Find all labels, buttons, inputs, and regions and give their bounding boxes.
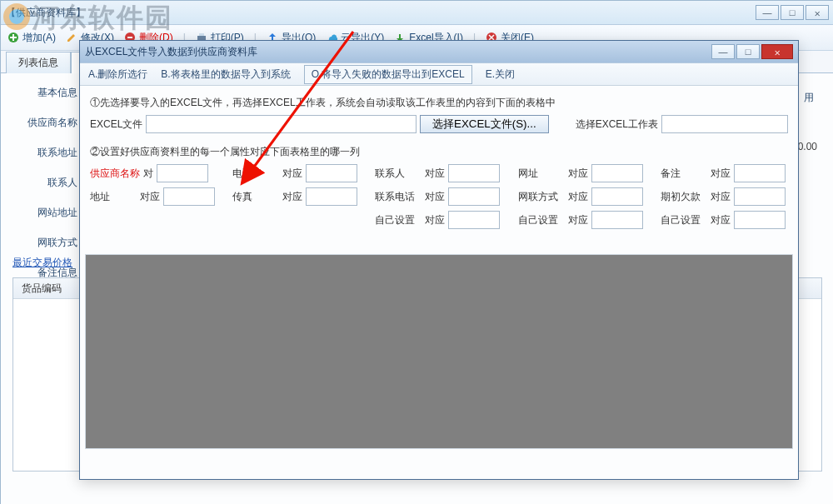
- preview-area: [85, 254, 793, 449]
- map-item: 网址 对应: [518, 164, 646, 182]
- label-use: 用: [804, 91, 814, 105]
- map-select[interactable]: [448, 164, 500, 182]
- map-item: 联系电话 对应: [375, 187, 502, 206]
- map-suffix: 对应: [140, 190, 160, 204]
- dialog-tb-export-failed[interactable]: O.将导入失败的数据导出到EXCEL: [304, 65, 472, 84]
- side-labels: 基本信息 供应商名称 联系地址 联系人 网站地址 网联方式 备注信息: [12, 84, 77, 281]
- label-contact: 联系人: [12, 174, 77, 191]
- dialog-title: 从EXCEL文件导入数据到供应商资料库: [85, 45, 711, 59]
- label-name: 供应商名称: [12, 114, 77, 131]
- map-select[interactable]: [734, 164, 786, 182]
- map-label: 联系电话: [375, 190, 421, 204]
- excel-file-input[interactable]: [146, 115, 416, 133]
- map-select[interactable]: [448, 211, 500, 229]
- map-item: 联系人 对应: [375, 164, 502, 182]
- map-item: 期初欠款 对应: [661, 187, 788, 206]
- label-netmode: 网联方式: [12, 234, 77, 251]
- sheet-label: 选择EXCEL工作表: [576, 117, 658, 132]
- map-label: 期初欠款: [661, 190, 707, 204]
- map-select[interactable]: [306, 187, 357, 206]
- map-select[interactable]: [734, 187, 786, 206]
- map-label: 网址: [518, 167, 565, 181]
- map-suffix: 对应: [282, 190, 302, 204]
- dialog-tb-import[interactable]: B.将表格里的数据导入到系统: [161, 67, 290, 82]
- map-suffix: 对应: [425, 190, 445, 204]
- map-item: 网联方式 对应: [518, 187, 646, 206]
- value-right: 0.00: [798, 141, 817, 152]
- sheet-select[interactable]: [661, 115, 788, 133]
- dialog-tb-delete-rows[interactable]: A.删除所选行: [88, 67, 147, 82]
- minimize-button[interactable]: —: [756, 5, 779, 20]
- maximize-button[interactable]: □: [781, 5, 804, 20]
- map-label: 自己设置: [661, 213, 707, 227]
- map-suffix: 对应: [568, 213, 588, 227]
- dialog-maximize-button[interactable]: □: [736, 44, 760, 59]
- map-select[interactable]: [306, 164, 357, 182]
- map-item: 备注 对应: [661, 164, 788, 182]
- file-label: EXCEL文件: [90, 117, 142, 132]
- map-item: 电话 对应: [232, 164, 360, 182]
- map-label: 地址: [90, 190, 137, 204]
- dialog-window-buttons: — □ ⨉: [711, 44, 793, 59]
- map-item: 自己设置 对应: [375, 211, 502, 229]
- map-item: 供应商名称 对: [90, 164, 217, 182]
- map-item: 自己设置 对应: [661, 211, 788, 229]
- label-basic: 基本信息: [12, 84, 77, 101]
- map-item: 地址 对应: [90, 187, 217, 206]
- hint-step1: ①先选择要导入的EXCEL文件，再选择EXCEL工作表，系统会自动读取该工作表里…: [90, 96, 788, 110]
- map-item: [232, 211, 360, 229]
- map-suffix: 对应: [711, 190, 731, 204]
- label-website: 网站地址: [12, 204, 77, 221]
- close-button[interactable]: ⨉: [806, 5, 829, 20]
- map-select[interactable]: [591, 211, 643, 229]
- map-suffix: 对应: [568, 190, 588, 204]
- choose-file-button[interactable]: 选择EXCEL文件(S)...: [420, 115, 549, 133]
- dialog-titlebar: 从EXCEL文件导入数据到供应商资料库 — □ ⨉: [80, 41, 798, 63]
- map-label: 网联方式: [518, 190, 565, 204]
- label-address: 联系地址: [12, 144, 77, 161]
- map-suffix: 对应: [282, 167, 302, 181]
- dialog-toolbar: A.删除所选行 B.将表格里的数据导入到系统 O.将导入失败的数据导出到EXCE…: [80, 63, 798, 86]
- dialog-close-button[interactable]: ⨉: [761, 44, 793, 59]
- map-label: 联系人: [375, 167, 421, 181]
- map-select[interactable]: [591, 164, 643, 182]
- hint-step2: ②设置好供应商资料里的每一个属性对应下面表格里的哪一列: [90, 145, 788, 159]
- excel-import-dialog: 从EXCEL文件导入数据到供应商资料库 — □ ⨉ A.删除所选行 B.将表格里…: [79, 40, 799, 480]
- map-label: 传真: [232, 190, 279, 204]
- map-suffix: 对应: [568, 167, 588, 181]
- recent-price-link[interactable]: 最近交易价格: [12, 256, 72, 270]
- map-label: 备注: [661, 167, 707, 181]
- plus-icon: [7, 32, 19, 43]
- map-select[interactable]: [157, 164, 208, 182]
- dialog-tb-close[interactable]: E.关闭: [486, 67, 515, 82]
- dialog-minimize-button[interactable]: —: [711, 44, 735, 59]
- map-suffix: 对: [143, 167, 153, 181]
- map-item: [90, 211, 217, 229]
- map-suffix: 对应: [425, 167, 445, 181]
- map-select[interactable]: [591, 187, 643, 206]
- map-select[interactable]: [734, 211, 786, 229]
- watermark-icon: [0, 0, 33, 33]
- file-row: EXCEL文件 选择EXCEL文件(S)... 选择EXCEL工作表: [90, 115, 788, 133]
- map-item: 传真 对应: [232, 187, 360, 206]
- map-suffix: 对应: [425, 213, 445, 227]
- map-suffix: 对应: [711, 167, 731, 181]
- watermark-text: 河东软件园: [32, 0, 173, 37]
- svg-point-7: [9, 9, 24, 24]
- map-item: 自己设置 对应: [518, 211, 646, 229]
- map-suffix: 对应: [711, 213, 731, 227]
- map-label: 供应商名称: [90, 167, 140, 181]
- grid-col-code[interactable]: 货品编码: [18, 278, 87, 298]
- window-buttons: — □ ⨉: [756, 5, 829, 20]
- map-select[interactable]: [163, 187, 215, 206]
- svg-rect-3: [199, 33, 204, 36]
- map-label: 自己设置: [518, 213, 565, 227]
- map-label: 电话: [232, 167, 279, 181]
- map-label: 自己设置: [375, 213, 421, 227]
- mapping-grid: 供应商名称 对电话 对应联系人 对应网址 对应备注 对应地址 对应传真 对应联系…: [90, 164, 788, 229]
- tab-list[interactable]: 列表信息: [6, 52, 71, 73]
- map-select[interactable]: [448, 187, 500, 206]
- dialog-body: ①先选择要导入的EXCEL文件，再选择EXCEL工作表，系统会自动读取该工作表里…: [80, 86, 798, 237]
- hint-step2-text: 设置好供应商资料里的每一个属性对应下面表格里的哪一列: [100, 146, 360, 157]
